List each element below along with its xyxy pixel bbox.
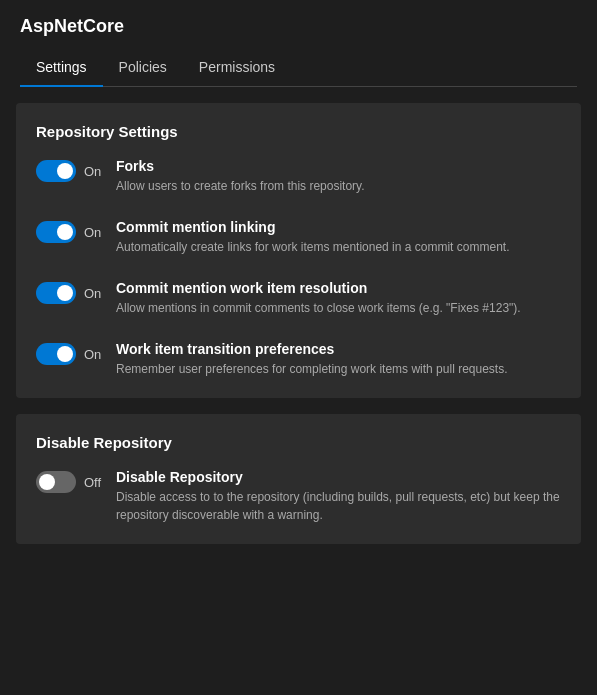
disable-repository-section: Disable Repository Off Disable Repositor…: [16, 414, 581, 544]
tab-settings[interactable]: Settings: [20, 49, 103, 87]
commit-resolution-toggle[interactable]: [36, 282, 76, 304]
forks-toggle-label: On: [84, 164, 101, 179]
work-item-toggle-label: On: [84, 347, 101, 362]
disable-repo-name: Disable Repository: [116, 469, 561, 485]
work-item-name: Work item transition preferences: [116, 341, 561, 357]
commit-linking-toggle-label: On: [84, 225, 101, 240]
commit-linking-name: Commit mention linking: [116, 219, 561, 235]
work-item-toggle[interactable]: [36, 343, 76, 365]
commit-linking-desc: Automatically create links for work item…: [116, 238, 561, 256]
disable-repo-toggle-knob: [39, 474, 55, 490]
commit-resolution-info: Commit mention work item resolution Allo…: [116, 280, 561, 317]
setting-row-disable-repo: Off Disable Repository Disable access to…: [36, 469, 561, 524]
app-title: AspNetCore: [20, 16, 577, 37]
disable-repo-desc: Disable access to to the repository (inc…: [116, 488, 561, 524]
commit-resolution-desc: Allow mentions in commit comments to clo…: [116, 299, 561, 317]
commit-resolution-toggle-label: On: [84, 286, 101, 301]
commit-linking-toggle-container: On: [36, 221, 116, 243]
repository-settings-section: Repository Settings On Forks Allow users…: [16, 103, 581, 398]
work-item-toggle-container: On: [36, 343, 116, 365]
forks-toggle[interactable]: [36, 160, 76, 182]
commit-resolution-toggle-container: On: [36, 282, 116, 304]
forks-toggle-container: On: [36, 160, 116, 182]
forks-desc: Allow users to create forks from this re…: [116, 177, 561, 195]
commit-linking-info: Commit mention linking Automatically cre…: [116, 219, 561, 256]
tabs-bar: Settings Policies Permissions: [20, 49, 577, 87]
setting-row-forks: On Forks Allow users to create forks fro…: [36, 158, 561, 195]
forks-info: Forks Allow users to create forks from t…: [116, 158, 561, 195]
commit-resolution-toggle-knob: [57, 285, 73, 301]
disable-repo-info: Disable Repository Disable access to to …: [116, 469, 561, 524]
tab-policies[interactable]: Policies: [103, 49, 183, 87]
disable-repository-title: Disable Repository: [36, 434, 561, 451]
setting-row-work-item-transition: On Work item transition preferences Reme…: [36, 341, 561, 378]
disable-repo-toggle-label: Off: [84, 475, 101, 490]
commit-resolution-name: Commit mention work item resolution: [116, 280, 561, 296]
disable-repo-toggle[interactable]: [36, 471, 76, 493]
forks-name: Forks: [116, 158, 561, 174]
forks-toggle-knob: [57, 163, 73, 179]
work-item-info: Work item transition preferences Remembe…: [116, 341, 561, 378]
setting-row-commit-linking: On Commit mention linking Automatically …: [36, 219, 561, 256]
main-content: Repository Settings On Forks Allow users…: [0, 87, 597, 576]
repository-settings-title: Repository Settings: [36, 123, 561, 140]
tab-permissions[interactable]: Permissions: [183, 49, 291, 87]
commit-linking-toggle-knob: [57, 224, 73, 240]
setting-row-commit-resolution: On Commit mention work item resolution A…: [36, 280, 561, 317]
disable-repo-toggle-container: Off: [36, 471, 116, 493]
work-item-toggle-knob: [57, 346, 73, 362]
work-item-desc: Remember user preferences for completing…: [116, 360, 561, 378]
header: AspNetCore Settings Policies Permissions: [0, 0, 597, 87]
commit-linking-toggle[interactable]: [36, 221, 76, 243]
